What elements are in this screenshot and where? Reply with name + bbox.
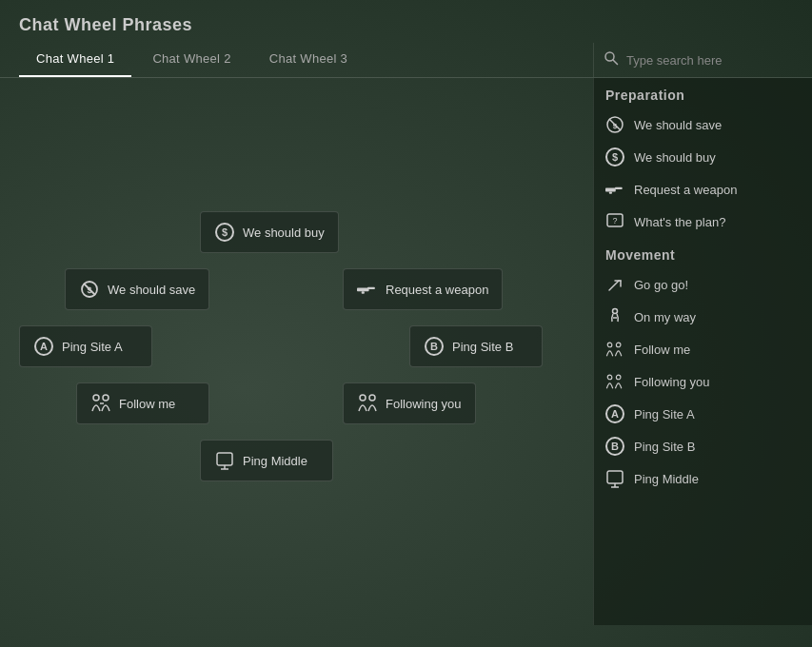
sidebar: Preparation $ We should save $ We should xyxy=(593,78,812,625)
search-icon xyxy=(604,50,619,69)
phrase-ping-site-b[interactable]: B Ping Site B xyxy=(409,325,543,367)
sidebar-item-ping-site-a[interactable]: A Ping Site A xyxy=(594,398,812,430)
sidebar-letter-a-icon: A xyxy=(605,404,624,423)
phrase-ping-middle[interactable]: Ping Middle xyxy=(200,440,333,481)
dollar-icon: $ xyxy=(214,222,235,243)
search-bar xyxy=(593,43,812,77)
sidebar-item-we-should-save[interactable]: $ We should save xyxy=(594,108,812,141)
letter-b-icon: B xyxy=(424,336,445,357)
phrase-request-weapon[interactable]: Request a weapon xyxy=(343,268,503,310)
sidebar-item-whats-plan[interactable]: ? What's the plan? xyxy=(594,206,812,238)
svg-line-1 xyxy=(613,60,618,65)
phrase-following-you[interactable]: Following you xyxy=(343,382,476,424)
tab-chat-wheel-3[interactable]: Chat Wheel 3 xyxy=(252,44,365,77)
letter-a-icon: A xyxy=(33,336,54,357)
svg-rect-12 xyxy=(217,453,232,465)
sidebar-run-icon xyxy=(605,275,624,294)
main-layout: $ We should buy $ We should save xyxy=(0,78,812,625)
sidebar-item-following-you[interactable]: Following you xyxy=(594,365,812,398)
sidebar-weapon-icon xyxy=(605,180,624,199)
svg-point-11 xyxy=(369,395,375,401)
sidebar-following-icon xyxy=(605,372,624,391)
sidebar-item-request-weapon[interactable]: Request a weapon xyxy=(594,173,812,206)
sidebar-item-follow-me[interactable]: Follow me xyxy=(594,333,812,365)
phrase-we-should-buy[interactable]: $ We should buy xyxy=(200,211,339,253)
svg-rect-6 xyxy=(367,287,375,289)
sidebar-section-movement: Movement xyxy=(594,238,812,268)
ping-middle-icon xyxy=(214,450,235,471)
tabs-bar: Chat Wheel 1 Chat Wheel 2 Chat Wheel 3 xyxy=(0,43,593,77)
svg-rect-19 xyxy=(615,186,623,188)
no-buy-icon: $ xyxy=(79,279,100,300)
wheel-area: $ We should buy $ We should save xyxy=(0,78,593,625)
sidebar-letter-b-icon: B xyxy=(605,437,624,456)
svg-point-9 xyxy=(103,395,109,401)
sidebar-walk-icon xyxy=(605,307,624,326)
svg-point-28 xyxy=(607,343,612,347)
tab-chat-wheel-2[interactable]: Chat Wheel 2 xyxy=(135,44,248,77)
svg-point-8 xyxy=(93,395,99,401)
phrase-ping-site-a[interactable]: A Ping Site A xyxy=(19,325,152,367)
svg-text:?: ? xyxy=(612,216,617,225)
sidebar-section-preparation: Preparation xyxy=(594,78,812,108)
sidebar-no-buy-icon: $ xyxy=(605,115,624,134)
sidebar-item-go-go-go[interactable]: Go go go! xyxy=(594,268,812,301)
sidebar-item-on-my-way[interactable]: On my way xyxy=(594,301,812,333)
app-container: Chat Wheel Phrases Chat Wheel 1 Chat Whe… xyxy=(0,0,812,647)
svg-rect-20 xyxy=(609,191,612,193)
sidebar-item-ping-site-b[interactable]: B Ping Site B xyxy=(594,430,812,462)
sidebar-question-icon: ? xyxy=(605,212,624,231)
svg-point-10 xyxy=(360,395,366,401)
sidebar-item-ping-middle[interactable]: Ping Middle xyxy=(594,462,812,495)
svg-rect-5 xyxy=(357,287,369,291)
svg-point-31 xyxy=(616,375,621,380)
svg-line-23 xyxy=(609,281,619,290)
phrase-follow-me[interactable]: Follow me xyxy=(76,382,209,424)
search-input[interactable] xyxy=(626,53,802,68)
tab-chat-wheel-1[interactable]: Chat Wheel 1 xyxy=(19,44,131,77)
sidebar-item-we-should-buy[interactable]: $ We should buy xyxy=(594,141,812,173)
svg-rect-32 xyxy=(607,471,623,483)
svg-rect-7 xyxy=(362,291,365,293)
sidebar-dollar-icon: $ xyxy=(605,147,624,167)
svg-point-30 xyxy=(607,375,612,380)
svg-point-26 xyxy=(613,309,618,314)
phrase-we-should-save[interactable]: $ We should save xyxy=(65,268,209,310)
sidebar-ping-middle-icon xyxy=(605,469,624,488)
weapon-icon xyxy=(357,279,378,300)
svg-rect-18 xyxy=(605,187,616,191)
following-you-icon xyxy=(357,393,378,414)
sidebar-follow-icon xyxy=(605,340,624,359)
svg-point-29 xyxy=(616,343,621,347)
follow-me-icon xyxy=(90,393,111,414)
page-title: Chat Wheel Phrases xyxy=(0,0,812,43)
